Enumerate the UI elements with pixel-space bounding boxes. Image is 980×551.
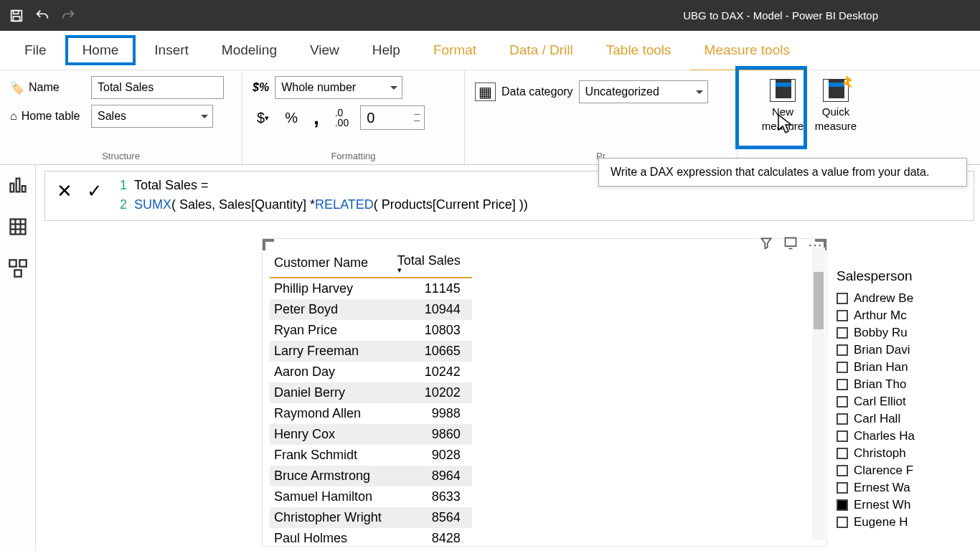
tab-measure-tools[interactable]: Measure tools [690, 38, 804, 62]
checkbox-icon[interactable] [837, 327, 848, 339]
category-icon: ▦ [475, 83, 496, 101]
home-table-select[interactable]: Sales [91, 105, 213, 128]
table-row[interactable]: Larry Freeman10665 [270, 341, 472, 362]
checkbox-icon[interactable] [837, 413, 848, 425]
report-view-icon[interactable] [8, 175, 28, 194]
new-measure-button[interactable]: New measure [758, 76, 808, 161]
checkbox-icon[interactable] [837, 465, 848, 476]
calculator-icon [770, 79, 796, 102]
slicer-salesperson[interactable]: Salesperson Andrew BeArthur McBobby RuBr… [837, 265, 980, 551]
cancel-formula-icon[interactable]: ✕ [57, 180, 72, 202]
svg-rect-4 [16, 179, 19, 192]
slicer-item[interactable]: Ernest Wh [837, 496, 980, 514]
report-canvas[interactable]: ⋯ Customer Name Total Sales Phillip Harv… [44, 238, 829, 551]
tab-insert[interactable]: Insert [140, 38, 203, 62]
svg-rect-14 [786, 238, 796, 247]
tab-data-drill[interactable]: Data / Drill [495, 38, 588, 62]
tab-home[interactable]: Home [65, 35, 136, 65]
save-icon[interactable] [9, 8, 24, 24]
table-row[interactable]: Raymond Allen9988 [270, 403, 472, 424]
redo-icon[interactable] [60, 8, 76, 24]
table-row[interactable]: Frank Schmidt9028 [270, 445, 472, 466]
tab-help[interactable]: Help [358, 38, 415, 62]
table-row[interactable]: Aaron Day10242 [270, 362, 472, 382]
slicer-item[interactable]: Andrew Be [837, 290, 980, 307]
table-row[interactable]: Daniel Berry10202 [270, 382, 472, 403]
data-table: Customer Name Total Sales Phillip Harvey… [270, 249, 472, 549]
svg-rect-6 [10, 220, 25, 235]
slicer-item[interactable]: Bobby Ru [837, 324, 980, 342]
checkbox-icon[interactable] [837, 482, 848, 494]
checkbox-icon[interactable] [837, 362, 848, 373]
slicer-item[interactable]: Christoph [837, 445, 980, 462]
ribbon-tabs: File Home Insert Modeling View Help Form… [0, 31, 980, 70]
table-visual[interactable]: ⋯ Customer Name Total Sales Phillip Harv… [262, 238, 827, 547]
scrollbar[interactable] [812, 248, 825, 540]
col-total-sales[interactable]: Total Sales [393, 249, 472, 278]
decimal-places-input[interactable]: 0 [360, 105, 425, 130]
table-row[interactable]: Ryan Price10803 [270, 320, 472, 341]
currency-button[interactable]: $ ▾ [253, 108, 273, 128]
decimals-icon[interactable]: .0.00 [331, 106, 353, 129]
slicer-item[interactable]: Brian Tho [837, 376, 980, 393]
filter-icon[interactable] [759, 236, 773, 254]
tab-file[interactable]: File [10, 38, 61, 62]
table-row[interactable]: Paul Holmes8428 [270, 528, 472, 549]
slicer-item[interactable]: Brian Han [837, 359, 980, 376]
slicer-item[interactable]: Carl Hall [837, 410, 980, 428]
svg-rect-3 [10, 184, 14, 192]
data-category-label: Data category [501, 85, 573, 98]
table-row[interactable]: Henry Cox9860 [270, 424, 472, 445]
col-customer-name[interactable]: Customer Name [270, 249, 393, 278]
tag-icon: 🏷️ [10, 81, 24, 95]
thousands-button[interactable]: , [309, 105, 324, 131]
table-row[interactable]: Samuel Hamilton8633 [270, 486, 472, 507]
home-icon: ⌂ [10, 110, 17, 123]
slicer-item[interactable]: Arthur Mc [837, 307, 980, 324]
tab-format[interactable]: Format [419, 38, 491, 62]
group-calculations: New measure Quick measure [738, 70, 881, 164]
title-bar: UBG to DAX - Model - Power BI Desktop [0, 0, 980, 31]
data-view-icon[interactable] [8, 217, 28, 235]
checkbox-icon[interactable] [837, 293, 848, 304]
commit-formula-icon[interactable]: ✓ [87, 180, 103, 202]
slicer-item[interactable]: Brian Davi [837, 342, 980, 359]
model-view-icon[interactable] [8, 258, 28, 277]
resize-handle[interactable] [263, 239, 274, 250]
svg-rect-5 [22, 186, 25, 192]
group-formatting: $% Whole number $ ▾ % , .0.00 0 Formatti… [242, 70, 465, 164]
tab-view[interactable]: View [296, 38, 354, 62]
checkbox-icon[interactable] [837, 310, 848, 321]
table-row[interactable]: Bruce Armstrong8964 [270, 466, 472, 486]
group-properties: ▦ Data category Uncategorized Pr [465, 70, 738, 164]
table-row[interactable]: Peter Boyd10944 [270, 299, 472, 320]
percent-button[interactable]: % [281, 108, 302, 128]
data-format-select[interactable]: Whole number [275, 76, 402, 99]
slicer-item[interactable]: Carl Elliot [837, 393, 980, 410]
slicer-item[interactable]: Clarence F [837, 462, 980, 479]
checkbox-icon[interactable] [837, 379, 848, 390]
checkbox-icon[interactable] [837, 499, 848, 511]
focus-mode-icon[interactable] [783, 236, 798, 254]
quick-measure-button[interactable]: Quick measure [811, 76, 861, 161]
tab-table-tools[interactable]: Table tools [592, 38, 686, 62]
checkbox-icon[interactable] [837, 430, 848, 442]
svg-rect-13 [14, 270, 21, 276]
checkbox-icon[interactable] [837, 517, 848, 528]
table-row[interactable]: Christopher Wright8564 [270, 507, 472, 528]
undo-icon[interactable] [34, 8, 50, 24]
checkbox-icon[interactable] [837, 396, 848, 408]
data-category-select[interactable]: Uncategorized [579, 80, 708, 103]
scroll-thumb[interactable] [814, 272, 824, 329]
group-label-structure: Structure [10, 149, 232, 161]
svg-rect-12 [19, 260, 26, 266]
checkbox-icon[interactable] [837, 344, 848, 356]
tab-modeling[interactable]: Modeling [207, 38, 291, 62]
slicer-item[interactable]: Charles Ha [837, 428, 980, 445]
slicer-item[interactable]: Ernest Wa [837, 479, 980, 496]
svg-rect-1 [13, 10, 18, 14]
table-row[interactable]: Phillip Harvey11145 [270, 278, 472, 299]
slicer-item[interactable]: Eugene H [837, 514, 980, 531]
measure-name-input[interactable] [91, 76, 224, 99]
checkbox-icon[interactable] [837, 448, 848, 459]
